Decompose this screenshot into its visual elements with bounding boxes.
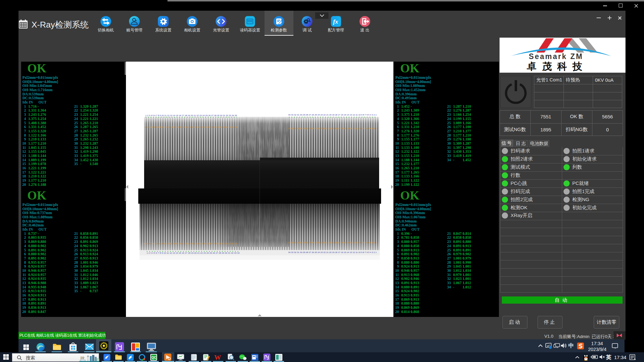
svg-text:1 2 3 4 5 6 7 8 9 10 11 12 13: 1 2 3 4 5 6 7 8 9 10 11 12 13 14 15 16 1…	[145, 126, 238, 128]
svg-text:34 33 32 31 30 29 28 27 26 25: 34 33 32 31 30 29 28 27 26 25 24 23 22 2…	[288, 127, 377, 129]
svg-text:1 2 3 4 5 6 7 8 9 10 11 12 13: 1 2 3 4 5 6 7 8 9 10 11 12 13 14 15 16 1…	[145, 115, 237, 116]
svg-text:QC: QC	[151, 356, 156, 359]
svg-text:卓茂科技: 卓茂科技	[526, 61, 588, 72]
svg-text:1 2 3 4 5 6 7 8 9 10 11 12 13: 1 2 3 4 5 6 7 8 9 10 11 12 13 14 15 16 1…	[143, 243, 237, 245]
svg-text:34 33 32 31 30 29 28 27 26 25: 34 33 32 31 30 29 28 27 26 25 24 23 22 2…	[288, 251, 377, 253]
svg-text:fx: fx	[333, 18, 338, 25]
svg-text:1 2 3 4 5 6 7 8 9 10 11 12 13: 1 2 3 4 5 6 7 8 9 10 11 12 13 14 15 16 1…	[147, 252, 240, 254]
svg-text:Seamark ZM: Seamark ZM	[529, 52, 583, 61]
svg-text:34 33 32 31 30 29 28 27 26 25: 34 33 32 31 30 29 28 27 26 25 24 23 22 2…	[288, 242, 377, 244]
svg-text:34 33 32 31 30 29 28 27 26 25: 34 33 32 31 30 29 28 27 26 25 24 23 22 2…	[288, 114, 377, 116]
svg-text:W: W	[214, 354, 221, 361]
